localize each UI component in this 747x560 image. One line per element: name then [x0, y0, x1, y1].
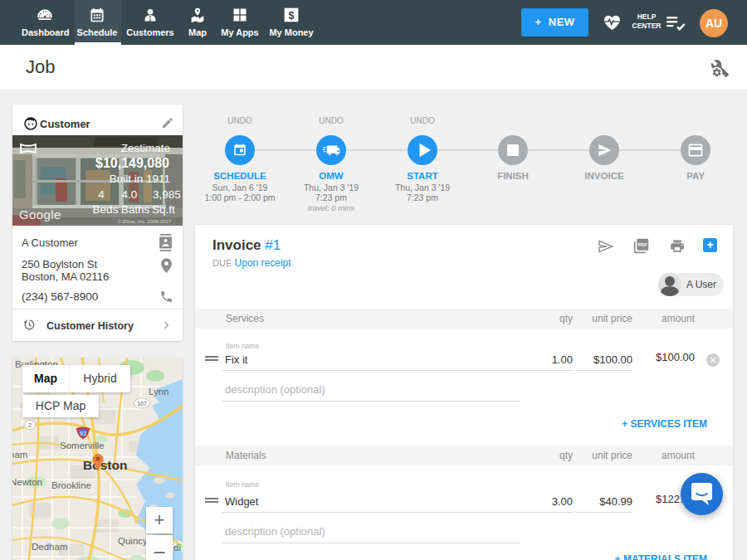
svg-text:93: 93 — [80, 431, 86, 436]
svg-text:Dedham: Dedham — [32, 542, 67, 552]
svg-text:PDF: PDF — [638, 242, 648, 247]
svg-text:Quincy: Quincy — [118, 536, 148, 546]
svg-text:di: di — [173, 543, 181, 553]
svg-text:Somerville: Somerville — [60, 441, 105, 450]
svg-text:107: 107 — [137, 401, 147, 407]
svg-text:Boston: Boston — [83, 458, 127, 472]
svg-text:2: 2 — [28, 422, 32, 428]
svg-text:$: $ — [289, 10, 295, 22]
svg-text:Newton: Newton — [12, 477, 42, 487]
svg-text:ham: ham — [12, 450, 27, 460]
svg-text:Brookline: Brookline — [51, 480, 91, 490]
svg-text:Lynn: Lynn — [149, 387, 169, 397]
